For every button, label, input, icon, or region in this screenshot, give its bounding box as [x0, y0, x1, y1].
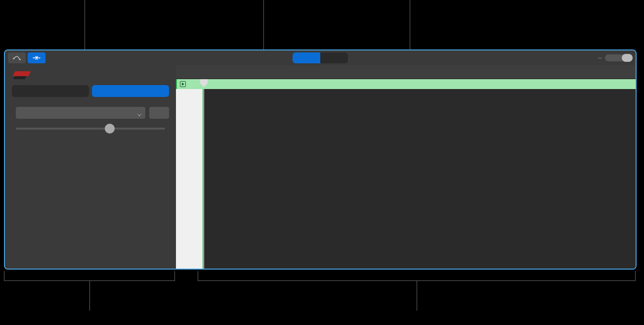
instrument-icon: [14, 71, 32, 80]
quantise-button[interactable]: [149, 107, 169, 119]
tab-score[interactable]: [320, 52, 348, 63]
inspector-panel: [5, 65, 176, 269]
inspector-tab-region[interactable]: [12, 85, 89, 97]
svg-point-1: [19, 59, 21, 60]
note-grid[interactable]: [203, 89, 636, 269]
catch-playhead-button[interactable]: [28, 52, 45, 63]
editor-view-tabs: [293, 52, 348, 63]
automation-toggle-button[interactable]: [8, 52, 26, 63]
piano-roll-editor: ↔: [4, 49, 637, 270]
timeline-ruler[interactable]: [176, 65, 636, 79]
horizontal-zoom-slider[interactable]: ↔: [597, 54, 633, 61]
play-icon: [180, 81, 186, 87]
editor-toolbar: ↔: [5, 50, 636, 65]
piano-keyboard[interactable]: [176, 89, 203, 269]
time-quantise-select[interactable]: [16, 107, 145, 119]
time-quantise-label: [5, 102, 176, 106]
piano-roll-area: [176, 65, 636, 269]
velocity-slider[interactable]: [16, 128, 165, 130]
playhead[interactable]: [204, 89, 204, 269]
svg-point-0: [13, 58, 15, 59]
region-header[interactable]: [176, 79, 636, 89]
tab-piano-roll[interactable]: [293, 52, 320, 63]
inspector-tab-notes[interactable]: [92, 85, 169, 97]
zoom-horizontal-icon: ↔: [597, 54, 603, 61]
